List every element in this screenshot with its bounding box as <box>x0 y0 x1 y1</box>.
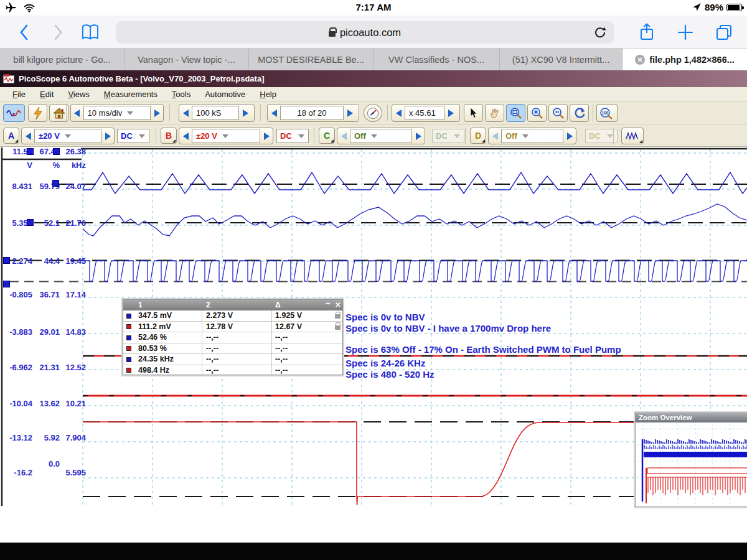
measurement-value-1: 347.5 mV <box>138 311 172 320</box>
channel-scale-handle[interactable] <box>52 180 59 187</box>
measurement-row[interactable]: 24.35 kHz--,----,-- <box>123 354 342 365</box>
axis-label-row: 11.5167.4926.38 <box>0 147 87 156</box>
scope-note[interactable]: Spec is 0v to NBV <box>345 312 425 322</box>
channel-scale-handle[interactable] <box>3 281 10 287</box>
lock-icon <box>335 314 341 319</box>
axis-value: 24.07 <box>60 182 86 191</box>
axis-value: 52.1 <box>34 218 60 228</box>
col-delta-header: Δ <box>275 301 281 309</box>
zoom-overview-window[interactable]: Zoom Overview <box>635 413 747 507</box>
measurement-row[interactable]: 498.4 Hz--,----,-- <box>123 365 342 376</box>
axis-label-row: -10.0413.6210.21 <box>0 399 87 408</box>
red-channel-marker-icon <box>126 368 131 373</box>
axis-value: -13.12 <box>1 433 32 442</box>
channel-scale-handle[interactable] <box>3 257 10 264</box>
measurement-row[interactable]: 52.46 %--,----,-- <box>123 332 342 343</box>
axis-value: 26.38 <box>60 147 86 156</box>
blue-channel-marker-icon <box>126 314 131 319</box>
axis-value: kHz <box>60 161 86 170</box>
axis-label-row: -3.88329.0114.83 <box>0 327 87 337</box>
col-1-header: 1 <box>138 301 143 309</box>
measurement-delta: --,-- <box>275 366 288 375</box>
axis-label-row: 0.0 <box>0 459 87 469</box>
axis-value: 10.21 <box>60 399 86 408</box>
scope-note[interactable]: Spec is 0v to NBV - I have a 1700mv Drop… <box>345 323 551 334</box>
scope-note[interactable]: Spec is 24-26 KHz <box>345 358 425 368</box>
measurement-row[interactable]: 347.5 mV2.273 V1.925 V <box>123 310 342 322</box>
close-panel-button[interactable]: ✕ <box>335 301 341 309</box>
blue-channel-marker-icon <box>126 357 131 362</box>
axis-value: 0.0 <box>34 459 60 469</box>
axis-value: 8.431 <box>1 182 32 191</box>
axis-value: -0.805 <box>1 290 32 299</box>
measurement-value-2: 2.273 V <box>206 311 233 320</box>
measurement-value-1: 52.46 % <box>138 333 167 342</box>
channel-scale-handle[interactable] <box>53 148 60 155</box>
axis-value: 29.01 <box>34 327 60 337</box>
axis-label-row: V%kHz <box>0 161 87 170</box>
axis-label-row: -16.25.595 <box>0 468 87 477</box>
axis-value: 19.45 <box>60 256 86 266</box>
axis-value: 14.83 <box>60 327 86 337</box>
measurement-delta: --,-- <box>275 344 288 353</box>
axis-value: % <box>34 161 60 170</box>
axis-label-row: -13.125.927.904 <box>0 433 87 442</box>
measurement-row[interactable]: 80.53 %--,----,-- <box>123 343 342 355</box>
axis-value: -3.883 <box>1 327 32 337</box>
axis-value: 5.92 <box>34 433 60 442</box>
red-channel-marker-icon <box>126 346 131 351</box>
axis-value: 17.14 <box>60 290 86 299</box>
measurement-value-1: 498.4 Hz <box>138 366 169 375</box>
axis-value: -16.2 <box>1 468 32 477</box>
measurement-value-2: --,-- <box>206 366 218 375</box>
axis-value: -6.962 <box>1 363 32 372</box>
scope-note[interactable]: Spec is 63% Off - 17% On - Earth Switche… <box>345 344 621 355</box>
zoom-overview-title: Zoom Overview <box>636 413 747 422</box>
axis-value: V <box>1 161 32 170</box>
axis-value: 21.76 <box>60 218 86 228</box>
channel-scale-handle[interactable] <box>27 219 34 226</box>
measurements-header: 1 2 Δ – ✕ <box>123 300 342 310</box>
blue-channel-marker-icon <box>126 335 131 340</box>
measurement-value-1: 24.35 kHz <box>138 355 174 363</box>
axis-value: 44.4 <box>34 256 60 266</box>
col-2-header: 2 <box>206 301 210 309</box>
measurement-row[interactable]: 111.2 mV12.78 V12.67 V <box>123 322 342 333</box>
measurement-value-2: 12.78 V <box>206 322 233 331</box>
axis-label-row: -0.80536.7117.14 <box>0 290 87 299</box>
minimize-panel-button[interactable]: – <box>326 298 331 308</box>
axis-value: 12.52 <box>60 363 86 372</box>
axis-label-row: 5.35252.121.76 <box>0 218 87 228</box>
red-channel-marker-icon <box>126 324 131 329</box>
axis-label-row: -6.96221.3112.52 <box>0 363 87 372</box>
channel-scale-handle[interactable] <box>27 148 34 155</box>
zoom-overview-minimap[interactable] <box>636 422 747 505</box>
measurement-value-2: --,-- <box>206 355 218 363</box>
measurement-delta: 1.925 V <box>275 311 302 320</box>
axis-label-row: 2.27444.419.45 <box>0 256 87 266</box>
axis-value: 13.62 <box>34 399 60 408</box>
measurement-value-1: 111.2 mV <box>138 322 171 331</box>
axis-value: 21.31 <box>34 363 60 372</box>
measurement-value-2: --,-- <box>206 344 218 353</box>
lock-icon <box>335 325 341 330</box>
scope-note[interactable]: Spec is 480 - 520 Hz <box>345 369 435 380</box>
axis-value: -10.04 <box>1 399 32 408</box>
measurement-delta: 12.67 V <box>275 322 302 331</box>
axis-label-row: 8.43159.7924.07 <box>0 182 87 191</box>
measurements-panel[interactable]: 1 2 Δ – ✕ 347.5 mV2.273 V1.925 V111.2 mV… <box>123 299 343 375</box>
measurement-delta: --,-- <box>275 333 288 342</box>
measurement-delta: --,-- <box>275 355 288 363</box>
axis-value: 7.904 <box>60 433 86 442</box>
measurement-value-2: --,-- <box>206 333 218 342</box>
axis-value: 5.595 <box>60 468 86 477</box>
axis-value: 36.71 <box>34 290 60 299</box>
measurement-value-1: 80.53 % <box>138 344 167 353</box>
screen: 7:17 AM 89% picoauto.com <box>0 0 747 560</box>
